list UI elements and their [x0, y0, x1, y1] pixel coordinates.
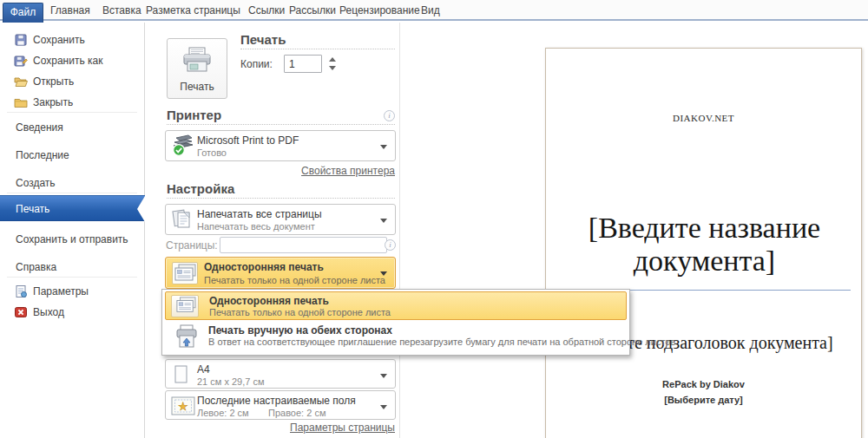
duplex-options-menu: Односторонняя печать Печатать только на … — [161, 289, 630, 356]
print-button[interactable]: Печать — [167, 38, 227, 99]
printer-status: Готово — [197, 147, 227, 158]
pages-info-icon[interactable]: i — [385, 239, 396, 251]
sidebar-item-label: Сохранить — [33, 30, 85, 49]
printer-device-icon — [171, 134, 195, 160]
print-preview-page: DIAKOV.NET [Введите название документа] … — [545, 48, 862, 438]
sidebar-item-save-and-send[interactable]: Сохранить и отправить — [0, 230, 144, 249]
section-rule — [240, 49, 395, 49]
sidebar-item-label: Параметры — [33, 282, 89, 301]
section-heading-print: Печать — [240, 32, 286, 47]
menu-item-subtitle: Печатать только на одной стороне листа — [209, 307, 391, 317]
print-all-pages-icon — [171, 208, 195, 235]
duplex-subtitle: Печатать только на одной стороне листа — [204, 275, 385, 285]
menu-item-title: Печать вручную на обеих сторонах — [208, 324, 392, 337]
section-rule — [167, 124, 395, 125]
sidebar-item-label: Сведения — [16, 118, 63, 137]
chevron-down-icon — [380, 405, 387, 409]
print-range-dropdown[interactable]: Напечатать все страницы Напечатать весь … — [165, 204, 396, 235]
backstage-sidebar: Сохранить Сохранить как Открыть Закрыть … — [0, 23, 145, 438]
tab-file[interactable]: Файл — [3, 3, 43, 23]
preview-author-text: RePack by Diakov — [546, 379, 861, 389]
close-folder-icon — [14, 95, 28, 109]
sidebar-item-label: Последние — [16, 146, 69, 165]
sidebar-separator — [7, 112, 137, 113]
sidebar-item-options[interactable]: Параметры — [0, 282, 144, 301]
sidebar-item-help[interactable]: Справка — [0, 258, 144, 277]
sidebar-item-label: Сохранить как — [33, 51, 102, 70]
sidebar-separator — [7, 277, 137, 278]
sidebar-item-print-selected[interactable]: Печать — [0, 195, 145, 221]
copies-stepper[interactable] — [326, 55, 339, 73]
menu-item-title: Односторонняя печать — [209, 295, 329, 307]
duplex-dropdown-selected[interactable]: Односторонняя печать Печатать только на … — [165, 257, 396, 289]
preview-header-text: DIAKOV.NET — [546, 113, 861, 123]
sidebar-item-info[interactable]: Сведения — [0, 118, 144, 137]
printer-select-dropdown[interactable]: Microsoft Print to PDF Готово — [165, 130, 396, 161]
print-button-label: Печать — [168, 81, 227, 93]
open-folder-icon — [14, 75, 28, 88]
chevron-down-icon — [380, 219, 387, 223]
tab-mailings[interactable]: Рассылки — [289, 4, 336, 16]
menu-item-one-sided[interactable]: Односторонняя печать Печатать только на … — [165, 291, 627, 320]
sidebar-separator — [7, 193, 137, 193]
sidebar-item-label: Справка — [16, 258, 56, 277]
tab-insert[interactable]: Вставка — [102, 4, 141, 16]
copies-label: Копии: — [240, 58, 273, 70]
section-heading-printer: Принтер — [167, 108, 221, 122]
paper-a4-icon — [174, 365, 188, 387]
duplex-title: Односторонняя печать — [204, 261, 324, 273]
paper-size-title: A4 — [197, 363, 210, 376]
sidebar-item-save-as[interactable]: Сохранить как — [0, 51, 144, 70]
stepper-up-icon[interactable] — [329, 57, 336, 62]
pages-input[interactable] — [220, 237, 387, 253]
tab-references[interactable]: Ссылки — [248, 4, 285, 16]
page-setup-link[interactable]: Параметры страницы — [290, 422, 395, 434]
one-sided-print-icon — [172, 262, 198, 284]
sidebar-item-label: Печать — [16, 196, 49, 222]
sidebar-item-new[interactable]: Создать — [0, 173, 144, 193]
save-as-icon — [14, 54, 28, 68]
ribbon-tab-bar: Файл Главная Вставка Разметка страницы С… — [0, 0, 868, 21]
panel-divider — [399, 23, 400, 438]
copies-input[interactable] — [284, 55, 322, 73]
tab-home[interactable]: Главная — [50, 4, 90, 16]
tab-page-layout[interactable]: Разметка страницы — [146, 4, 240, 16]
preview-date-text: [Выберите дату] — [546, 395, 861, 405]
margins-title: Последние настраиваемые поля — [197, 395, 356, 407]
options-icon — [14, 284, 28, 298]
printer-info-icon[interactable]: i — [384, 110, 395, 121]
margins-right-value: Правое: 2 см — [268, 408, 326, 418]
sidebar-item-exit[interactable]: Выход — [0, 303, 144, 322]
chevron-down-icon — [380, 145, 387, 149]
margins-dropdown[interactable]: ★ Последние настраиваемые поля Левое: 2 … — [165, 390, 396, 420]
margins-icon: ★ — [171, 396, 195, 418]
sidebar-item-label: Создать — [16, 173, 56, 193]
tab-review[interactable]: Рецензирование — [339, 4, 420, 16]
svg-text:★: ★ — [178, 400, 188, 413]
pages-label: Страницы: — [166, 239, 218, 252]
section-rule — [167, 198, 395, 199]
printer-properties-link[interactable]: Свойства принтера — [301, 165, 395, 177]
stepper-down-icon[interactable] — [329, 66, 336, 70]
section-heading-settings: Настройка — [167, 181, 234, 196]
paper-size-dropdown[interactable]: A4 21 см x 29,7 см — [165, 359, 396, 389]
printer-icon — [181, 47, 214, 75]
chevron-down-icon — [380, 271, 387, 276]
sidebar-item-label: Выход — [33, 303, 64, 322]
sidebar-item-recent[interactable]: Последние — [0, 146, 144, 165]
menu-item-manual-duplex[interactable]: Печать вручную на обеих сторонах В ответ… — [165, 322, 627, 354]
printer-name: Microsoft Print to PDF — [197, 134, 299, 147]
menu-item-subtitle: В ответ на соответствующее приглашение п… — [208, 337, 675, 347]
sidebar-item-save[interactable]: Сохранить — [0, 30, 144, 49]
sidebar-item-label: Закрыть — [33, 93, 73, 112]
sidebar-item-open[interactable]: Открыть — [0, 72, 144, 91]
sidebar-item-label: Сохранить и отправить — [16, 230, 128, 249]
print-range-subtitle: Напечатать весь документ — [197, 221, 315, 232]
preview-document-title: [Введите название документа] — [558, 212, 851, 291]
tab-view[interactable]: Вид — [421, 4, 440, 16]
word-backstage-print-view: Файл Главная Вставка Разметка страницы С… — [0, 0, 868, 438]
one-sided-print-icon — [174, 296, 197, 317]
chevron-down-icon — [380, 374, 387, 378]
sidebar-item-close[interactable]: Закрыть — [0, 93, 144, 112]
paper-size-subtitle: 21 см x 29,7 см — [197, 376, 265, 387]
